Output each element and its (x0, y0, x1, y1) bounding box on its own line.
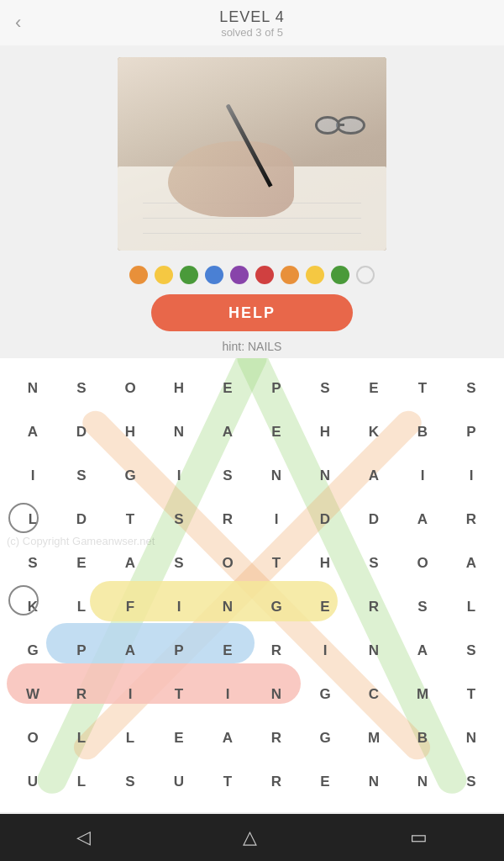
cell-2-6[interactable]: N (301, 454, 349, 498)
dot-1[interactable] (129, 266, 148, 284)
cell-2-1[interactable]: S (57, 454, 106, 498)
cell-6-7[interactable]: N (349, 629, 398, 673)
cell-1-0[interactable]: A (8, 410, 57, 454)
cell-1-4[interactable]: A (203, 410, 252, 454)
cell-9-3[interactable]: U (155, 760, 203, 804)
cell-0-5[interactable]: P (252, 367, 301, 410)
cell-0-7[interactable]: E (349, 367, 398, 410)
cell-6-5[interactable]: R (252, 629, 301, 673)
cell-1-9[interactable]: P (447, 410, 496, 454)
dot-5[interactable] (230, 266, 249, 284)
cell-3-2[interactable]: T (106, 498, 155, 541)
cell-9-2[interactable]: S (106, 760, 155, 804)
cell-4-9[interactable]: A (447, 541, 496, 585)
cell-0-1[interactable]: S (57, 367, 106, 410)
cell-3-1[interactable]: D (57, 498, 106, 541)
cell-6-0[interactable]: G (8, 629, 57, 673)
cell-8-2[interactable]: L (106, 716, 155, 760)
cell-4-1[interactable]: E (57, 541, 106, 585)
cell-8-5[interactable]: R (252, 716, 301, 760)
cell-5-3[interactable]: I (155, 585, 203, 629)
cell-0-3[interactable]: H (155, 367, 203, 410)
cell-7-6[interactable]: G (301, 673, 349, 716)
dot-9[interactable] (331, 266, 349, 284)
cell-1-1[interactable]: D (57, 410, 106, 454)
cell-1-2[interactable]: H (106, 410, 155, 454)
dot-2[interactable] (155, 266, 173, 284)
cell-9-7[interactable]: N (349, 760, 398, 804)
cell-3-4[interactable]: R (203, 498, 252, 541)
dot-3[interactable] (180, 266, 198, 284)
cell-9-8[interactable]: N (398, 760, 447, 804)
back-button[interactable]: ‹ (15, 12, 21, 34)
cell-8-8[interactable]: B (398, 716, 447, 760)
cell-2-3[interactable]: I (155, 454, 203, 498)
cell-8-4[interactable]: A (203, 716, 252, 760)
cell-1-3[interactable]: N (155, 410, 203, 454)
cell-4-0[interactable]: S (8, 541, 57, 585)
cell-8-6[interactable]: G (301, 716, 349, 760)
cell-1-6[interactable]: H (301, 410, 349, 454)
cell-4-5[interactable]: T (252, 541, 301, 585)
cell-0-8[interactable]: T (398, 367, 447, 410)
cell-1-5[interactable]: E (252, 410, 301, 454)
cell-2-4[interactable]: S (203, 454, 252, 498)
cell-9-0[interactable]: U (8, 760, 57, 804)
cell-0-9[interactable]: S (447, 367, 496, 410)
cell-3-8[interactable]: A (398, 498, 447, 541)
nav-recents-button[interactable]: ▭ (410, 827, 428, 848)
cell-7-0[interactable]: W (8, 673, 57, 716)
cell-6-2[interactable]: A (106, 629, 155, 673)
cell-3-5[interactable]: I (252, 498, 301, 541)
cell-9-1[interactable]: L (57, 760, 106, 804)
cell-5-8[interactable]: S (398, 585, 447, 629)
cell-9-5[interactable]: R (252, 760, 301, 804)
cell-2-0[interactable]: I (8, 454, 57, 498)
cell-4-6[interactable]: H (301, 541, 349, 585)
cell-6-4[interactable]: E (203, 629, 252, 673)
dot-6[interactable] (255, 266, 274, 284)
cell-8-3[interactable]: E (155, 716, 203, 760)
cell-8-9[interactable]: N (447, 716, 496, 760)
cell-4-4[interactable]: O (203, 541, 252, 585)
cell-1-7[interactable]: K (349, 410, 398, 454)
cell-2-7[interactable]: A (349, 454, 398, 498)
cell-6-8[interactable]: A (398, 629, 447, 673)
cell-4-8[interactable]: O (398, 541, 447, 585)
cell-9-6[interactable]: E (301, 760, 349, 804)
cell-3-3[interactable]: S (155, 498, 203, 541)
dot-10-empty[interactable] (356, 266, 375, 284)
dot-8[interactable] (306, 266, 324, 284)
cell-7-8[interactable]: M (398, 673, 447, 716)
cell-3-6[interactable]: D (301, 498, 349, 541)
cell-3-9[interactable]: R (447, 498, 496, 541)
cell-5-2[interactable]: F (106, 585, 155, 629)
help-button[interactable]: HELP (151, 294, 353, 331)
cell-8-7[interactable]: M (349, 716, 398, 760)
cell-3-7[interactable]: D (349, 498, 398, 541)
cell-7-9[interactable]: T (447, 673, 496, 716)
cell-0-2[interactable]: O (106, 367, 155, 410)
cell-6-1[interactable]: P (57, 629, 106, 673)
nav-home-button[interactable]: △ (243, 827, 257, 848)
cell-4-3[interactable]: S (155, 541, 203, 585)
cell-5-4[interactable]: N (203, 585, 252, 629)
cell-6-9[interactable]: S (447, 629, 496, 673)
cell-5-1[interactable]: L (57, 585, 106, 629)
nav-back-button[interactable]: ◁ (76, 827, 91, 848)
cell-2-2[interactable]: G (106, 454, 155, 498)
cell-0-0[interactable]: N (8, 367, 57, 410)
cell-7-2[interactable]: I (106, 673, 155, 716)
cell-1-8[interactable]: B (398, 410, 447, 454)
cell-7-5[interactable]: N (252, 673, 301, 716)
cell-7-3[interactable]: T (155, 673, 203, 716)
cell-9-4[interactable]: T (203, 760, 252, 804)
cell-5-6[interactable]: E (301, 585, 349, 629)
cell-7-4[interactable]: I (203, 673, 252, 716)
cell-7-1[interactable]: R (57, 673, 106, 716)
cell-0-4[interactable]: E (203, 367, 252, 410)
cell-5-7[interactable]: R (349, 585, 398, 629)
cell-2-5[interactable]: N (252, 454, 301, 498)
cell-5-9[interactable]: L (447, 585, 496, 629)
cell-5-5[interactable]: G (252, 585, 301, 629)
